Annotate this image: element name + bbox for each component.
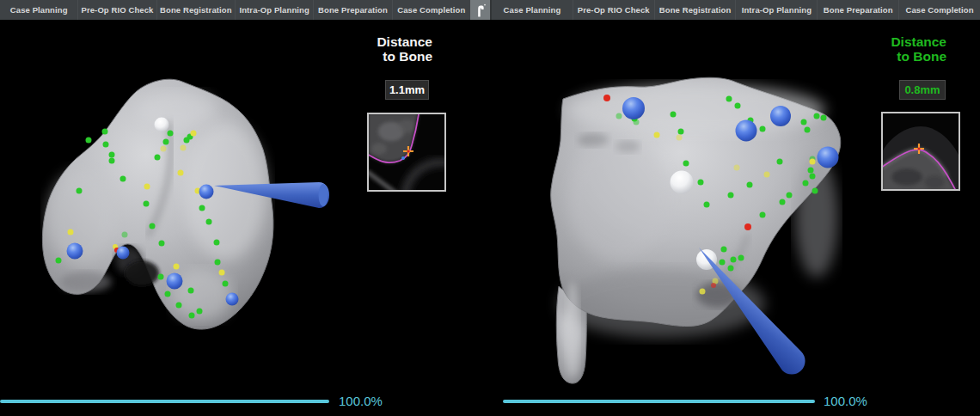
green-registration-point (821, 115, 827, 121)
yellow-registration-point (700, 289, 706, 295)
green-registration-point (188, 288, 194, 294)
tab-bar-right: Case PlanningPre-Op RIO CheckBone Regist… (490, 0, 980, 20)
blue-registration-point (736, 120, 757, 142)
green-registration-point (760, 126, 766, 132)
tab-intra-op-planning[interactable]: Intra-Op Planning (236, 0, 314, 20)
green-registration-point (787, 193, 793, 199)
tab-bone-registration[interactable]: Bone Registration (157, 0, 236, 20)
blue-registration-point (167, 273, 183, 290)
green-registration-point (683, 161, 689, 167)
tab-bone-registration[interactable]: Bone Registration (655, 0, 737, 20)
registration-progress-bar (503, 400, 815, 403)
green-registration-point (678, 129, 684, 135)
ct-slice-inset-left (367, 113, 446, 192)
green-registration-point (728, 193, 734, 199)
green-registration-point (102, 129, 108, 135)
registration-progress-percent: 100.0% (824, 394, 867, 408)
distance-to-bone-label: Distance to Bone (377, 34, 432, 64)
green-registration-point (731, 257, 737, 263)
green-registration-point (808, 168, 814, 174)
green-registration-point (159, 241, 165, 247)
green-registration-point (812, 188, 818, 194)
green-registration-point (810, 174, 816, 180)
blue-registration-point (226, 293, 239, 306)
green-registration-point (86, 138, 92, 144)
distance-to-bone-label: Distance to Bone (891, 34, 946, 64)
green-registration-point (176, 303, 182, 309)
green-registration-point (109, 152, 115, 158)
ct-slice-inset-right (881, 112, 960, 191)
yellow-registration-point (764, 172, 770, 178)
probe-tool-button[interactable] (470, 0, 490, 20)
green-registration-point (780, 199, 786, 205)
green-registration-point (197, 309, 203, 315)
yellow-registration-point (810, 159, 816, 165)
green-registration-point (158, 274, 164, 280)
tab-pre-op-rio-check[interactable]: Pre-Op RIO Check (78, 0, 156, 20)
tab-case-planning[interactable]: Case Planning (0, 0, 78, 20)
green-registration-point (189, 313, 195, 319)
green-registration-point (165, 291, 171, 297)
left-bone-view-panel: Distance to Bone 1.1mm (0, 20, 490, 416)
yellow-registration-point (178, 170, 184, 176)
green-registration-point (163, 139, 169, 145)
green-registration-point (805, 127, 811, 133)
registration-progress-bar (0, 400, 329, 403)
green-registration-point (698, 180, 704, 186)
tab-case-planning[interactable]: Case Planning (492, 0, 573, 20)
yellow-registration-point (654, 132, 660, 138)
distance-value-badge: 0.8mm (899, 80, 946, 100)
tab-bone-preparation[interactable]: Bone Preparation (818, 0, 899, 20)
green-registration-point (223, 281, 229, 287)
tab-group-left: Case PlanningPre-Op RIO CheckBone Regist… (0, 0, 470, 20)
distance-value-badge: 1.1mm (385, 80, 429, 100)
registration-progress-percent: 100.0% (339, 394, 383, 408)
blue-registration-point (818, 147, 839, 168)
tab-case-completion[interactable]: Case Completion (393, 0, 470, 20)
green-registration-point (738, 255, 744, 261)
distance-label-line2: to Bone (383, 49, 432, 64)
tab-pre-op-rio-check[interactable]: Pre-Op RIO Check (573, 0, 655, 20)
yellow-registration-point (734, 165, 740, 171)
red-registration-point (603, 95, 610, 101)
green-registration-point (720, 260, 726, 266)
green-registration-point (168, 131, 174, 137)
green-registration-point (735, 103, 741, 109)
green-registration-point (777, 159, 783, 165)
distance-label-line1: Distance (377, 34, 432, 49)
green-registration-point (103, 142, 109, 148)
green-registration-point (155, 155, 161, 161)
yellow-registration-point (191, 131, 197, 137)
green-registration-point (77, 188, 83, 194)
green-registration-point (760, 212, 766, 218)
white-registration-point (155, 118, 169, 132)
probe-tool-icon (475, 3, 486, 17)
green-registration-point (56, 258, 62, 264)
top-tab-row: Case PlanningPre-Op RIO CheckBone Regist… (0, 0, 980, 20)
distance-label-line2: to Bone (897, 49, 946, 64)
green-registration-point (206, 219, 212, 225)
yellow-registration-point (161, 146, 167, 152)
red-registration-point (711, 283, 716, 288)
distance-label-line1: Distance (891, 34, 946, 49)
green-registration-point (634, 119, 640, 125)
blue-registration-point (117, 247, 130, 260)
tab-intra-op-planning[interactable]: Intra-Op Planning (736, 0, 818, 20)
blue-registration-point (199, 185, 214, 199)
yellow-registration-point (144, 184, 150, 190)
yellow-registration-point (181, 145, 187, 151)
blue-registration-point (770, 106, 791, 126)
point-marker-dot (401, 156, 405, 160)
green-registration-point (214, 240, 220, 246)
right-bone-view-panel: Distance to Bone 0.8mm (490, 20, 980, 416)
yellow-registration-point (219, 270, 225, 276)
green-registration-point (120, 176, 126, 182)
yellow-registration-point (174, 264, 180, 270)
white-registration-point (671, 171, 694, 194)
green-registration-point (215, 260, 221, 266)
green-registration-point (122, 232, 128, 238)
tab-bone-preparation[interactable]: Bone Preparation (314, 0, 392, 20)
yellow-registration-point (677, 135, 683, 141)
green-registration-point (726, 96, 732, 102)
tab-case-completion[interactable]: Case Completion (899, 0, 980, 20)
